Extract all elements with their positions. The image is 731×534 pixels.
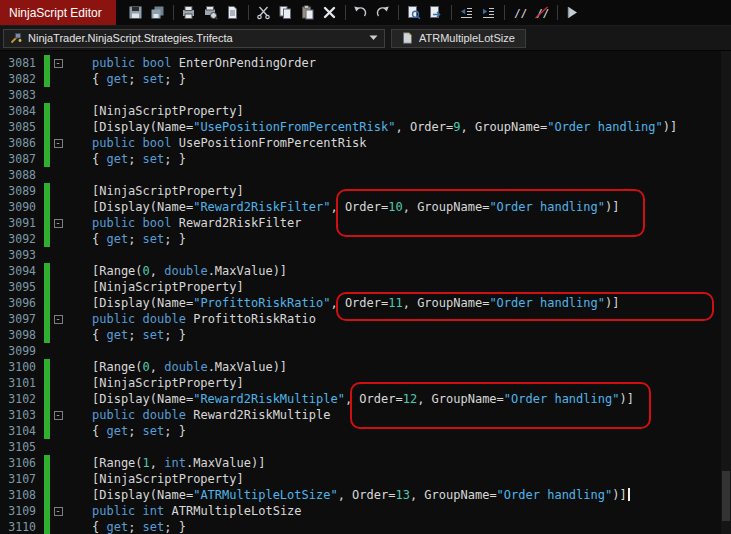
code-text[interactable]: [Display(Name="Reward2RiskFilter", Order… — [66, 199, 619, 215]
code-text[interactable] — [66, 167, 92, 183]
code-line[interactable]: 3088 — [0, 167, 731, 183]
code-text[interactable]: [Display(Name="Reward2RiskMultiple", Ord… — [66, 391, 634, 407]
line-number[interactable]: 3088 — [0, 167, 40, 183]
line-number[interactable]: 3104 — [0, 423, 40, 439]
code-text[interactable]: [NinjaScriptProperty] — [66, 471, 244, 487]
fold-collapse-icon[interactable]: - — [54, 411, 63, 420]
fold-margin[interactable]: - — [50, 407, 66, 423]
line-number[interactable]: 3101 — [0, 375, 40, 391]
code-line[interactable]: 3110{ get; set; } — [0, 519, 731, 534]
scrollbar-thumb[interactable] — [722, 471, 730, 521]
paste-button[interactable] — [298, 2, 318, 23]
fold-margin[interactable]: - — [50, 135, 66, 151]
code-editor[interactable]: 3081-public bool EnterOnPendingOrder3082… — [0, 51, 731, 534]
code-text[interactable]: public double ProfittoRiskRatio — [66, 311, 316, 327]
copy-button[interactable] — [276, 2, 296, 23]
undo-button[interactable] — [351, 2, 371, 23]
code-text[interactable]: { get; set; } — [66, 231, 186, 247]
code-line[interactable]: 3085[Display(Name="UsePositionFromPercen… — [0, 119, 731, 135]
code-line[interactable]: 3107[NinjaScriptProperty] — [0, 471, 731, 487]
code-line[interactable]: 3084[NinjaScriptProperty] — [0, 103, 731, 119]
code-line[interactable]: 3096[Display(Name="ProfittoRiskRatio", O… — [0, 295, 731, 311]
redo-button[interactable] — [373, 2, 393, 23]
code-line[interactable]: 3095[NinjaScriptProperty] — [0, 279, 731, 295]
code-text[interactable]: [Display(Name="UsePositionFromPercentRis… — [66, 119, 677, 135]
line-number[interactable]: 3103 — [0, 407, 40, 423]
save-button[interactable] — [126, 2, 146, 23]
code-line[interactable]: 3082{ get; set; } — [0, 71, 731, 87]
line-number[interactable]: 3083 — [0, 87, 40, 103]
code-text[interactable] — [66, 439, 92, 455]
line-number[interactable]: 3095 — [0, 279, 40, 295]
line-number[interactable]: 3102 — [0, 391, 40, 407]
code-line[interactable]: 3090[Display(Name="Reward2RiskFilter", O… — [0, 199, 731, 215]
code-line[interactable]: 3081-public bool EnterOnPendingOrder — [0, 55, 731, 71]
code-line[interactable]: 3108[Display(Name="ATRMultipleLotSize", … — [0, 487, 731, 503]
fold-margin[interactable]: - — [50, 503, 66, 519]
line-number[interactable]: 3092 — [0, 231, 40, 247]
code-text[interactable] — [66, 343, 92, 359]
code-line[interactable]: 3086-public bool UsePositionFromPercentR… — [0, 135, 731, 151]
line-number[interactable]: 3096 — [0, 295, 40, 311]
code-text[interactable]: public double Reward2RiskMultiple — [66, 407, 330, 423]
code-line[interactable]: 3087{ get; set; } — [0, 151, 731, 167]
fold-collapse-icon[interactable]: - — [54, 59, 63, 68]
code-line[interactable]: 3093 — [0, 247, 731, 263]
fold-margin[interactable]: - — [50, 215, 66, 231]
code-text[interactable]: [Display(Name="ProfittoRiskRatio", Order… — [66, 295, 619, 311]
delete-button[interactable] — [320, 2, 340, 23]
line-number[interactable]: 3087 — [0, 151, 40, 167]
code-line[interactable]: 3105 — [0, 439, 731, 455]
line-number[interactable]: 3100 — [0, 359, 40, 375]
code-text[interactable]: [Range(1, int.MaxValue)] — [66, 455, 265, 471]
fold-margin[interactable]: - — [50, 311, 66, 327]
code-text[interactable]: { get; set; } — [66, 151, 186, 167]
code-text[interactable]: public bool EnterOnPendingOrder — [66, 55, 316, 71]
print-preview-button[interactable] — [201, 2, 221, 23]
line-number[interactable]: 3093 — [0, 247, 40, 263]
code-line[interactable]: 3089[NinjaScriptProperty] — [0, 183, 731, 199]
code-text[interactable]: [Display(Name="ATRMultipleLotSize", Orde… — [66, 487, 630, 503]
line-number[interactable]: 3091 — [0, 215, 40, 231]
line-number[interactable]: 3084 — [0, 103, 40, 119]
line-number[interactable]: 3110 — [0, 519, 40, 534]
cut-button[interactable] — [254, 2, 274, 23]
line-number[interactable]: 3090 — [0, 199, 40, 215]
print-button[interactable] — [179, 2, 199, 23]
code-text[interactable] — [66, 247, 92, 263]
line-number[interactable]: 3108 — [0, 487, 40, 503]
code-text[interactable]: { get; set; } — [66, 519, 186, 534]
line-number[interactable]: 3081 — [0, 55, 40, 71]
uncomment-button[interactable]: // — [532, 2, 552, 23]
code-line[interactable]: 3102[Display(Name="Reward2RiskMultiple",… — [0, 391, 731, 407]
compile-button[interactable] — [563, 2, 583, 23]
code-line[interactable]: 3109-public int ATRMultipleLotSize — [0, 503, 731, 519]
vertical-scrollbar[interactable] — [721, 51, 731, 534]
find-button[interactable] — [404, 2, 424, 23]
code-line[interactable]: 3099 — [0, 343, 731, 359]
type-dropdown[interactable]: NinjaTrader.NinjaScript.Strategies.Trife… — [3, 29, 385, 48]
fold-margin[interactable]: - — [50, 55, 66, 71]
code-line[interactable]: 3103-public double Reward2RiskMultiple — [0, 407, 731, 423]
code-text[interactable] — [66, 87, 92, 103]
line-number[interactable]: 3086 — [0, 135, 40, 151]
line-number[interactable]: 3109 — [0, 503, 40, 519]
code-text[interactable]: [NinjaScriptProperty] — [66, 375, 244, 391]
code-text[interactable]: { get; set; } — [66, 71, 186, 87]
code-line[interactable]: 3092{ get; set; } — [0, 231, 731, 247]
line-number[interactable]: 3097 — [0, 311, 40, 327]
code-text[interactable]: [Range(0, double.MaxValue)] — [66, 263, 287, 279]
save-all-button[interactable] — [148, 2, 168, 23]
code-text[interactable]: { get; set; } — [66, 327, 186, 343]
outdent-button[interactable] — [457, 2, 477, 23]
code-line[interactable]: 3094[Range(0, double.MaxValue)] — [0, 263, 731, 279]
line-number[interactable]: 3094 — [0, 263, 40, 279]
code-text[interactable]: [NinjaScriptProperty] — [66, 183, 244, 199]
code-text[interactable]: public bool UsePositionFromPercentRisk — [66, 135, 367, 151]
line-number[interactable]: 3099 — [0, 343, 40, 359]
code-text[interactable]: { get; set; } — [66, 423, 186, 439]
code-text[interactable]: [NinjaScriptProperty] — [66, 103, 244, 119]
fold-collapse-icon[interactable]: - — [54, 139, 63, 148]
code-line[interactable]: 3098{ get; set; } — [0, 327, 731, 343]
fold-collapse-icon[interactable]: - — [54, 219, 63, 228]
